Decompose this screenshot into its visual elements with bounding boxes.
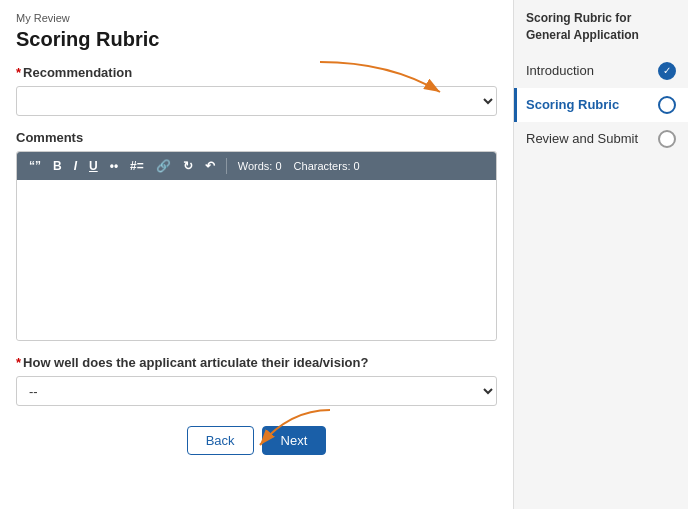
link-button[interactable]: 🔗 bbox=[152, 157, 175, 175]
scoring-rubric-status-icon bbox=[658, 96, 676, 114]
sidebar-item-scoring-rubric[interactable]: Scoring Rubric bbox=[514, 88, 688, 122]
annotation-arrow-2 bbox=[250, 400, 340, 460]
main-content: My Review Scoring Rubric *Recommendation… bbox=[0, 0, 513, 509]
word-count: Words: 0 bbox=[238, 160, 282, 172]
back-button[interactable]: Back bbox=[187, 426, 254, 455]
bullet-list-button[interactable]: •• bbox=[106, 157, 122, 175]
sidebar-item-introduction-label: Introduction bbox=[526, 63, 658, 78]
toolbar-divider bbox=[226, 158, 227, 174]
quote-button[interactable]: “” bbox=[25, 157, 45, 175]
sidebar-title: Scoring Rubric for General Application bbox=[514, 10, 688, 54]
char-count: Characters: 0 bbox=[294, 160, 360, 172]
introduction-status-icon: ✓ bbox=[658, 62, 676, 80]
sidebar-item-scoring-rubric-label: Scoring Rubric bbox=[526, 97, 658, 112]
bold-button[interactable]: B bbox=[49, 157, 66, 175]
redo-button[interactable]: ↻ bbox=[179, 157, 197, 175]
numbered-list-button[interactable]: #= bbox=[126, 157, 148, 175]
recommendation-label: *Recommendation bbox=[16, 65, 497, 80]
review-submit-status-icon bbox=[658, 130, 676, 148]
comments-label: Comments bbox=[16, 130, 497, 145]
sidebar-item-review-submit-label: Review and Submit bbox=[526, 131, 658, 146]
sidebar-item-review-submit[interactable]: Review and Submit bbox=[514, 122, 688, 156]
sidebar-item-introduction[interactable]: Introduction ✓ bbox=[514, 54, 688, 88]
question-label: *How well does the applicant articulate … bbox=[16, 355, 497, 370]
required-star-question: * bbox=[16, 355, 21, 370]
required-star-recommendation: * bbox=[16, 65, 21, 80]
undo-button[interactable]: ↶ bbox=[201, 157, 219, 175]
comments-editor: “” B I U •• #= 🔗 ↻ ↶ Words: 0 Characters… bbox=[16, 151, 497, 341]
page-title: Scoring Rubric bbox=[16, 28, 497, 51]
recommendation-select[interactable] bbox=[16, 86, 497, 116]
editor-body[interactable] bbox=[17, 180, 496, 340]
editor-toolbar: “” B I U •• #= 🔗 ↻ ↶ Words: 0 Characters… bbox=[17, 152, 496, 180]
sidebar: Scoring Rubric for General Application I… bbox=[513, 0, 688, 509]
italic-button[interactable]: I bbox=[70, 157, 81, 175]
underline-button[interactable]: U bbox=[85, 157, 102, 175]
breadcrumb: My Review bbox=[16, 12, 497, 24]
